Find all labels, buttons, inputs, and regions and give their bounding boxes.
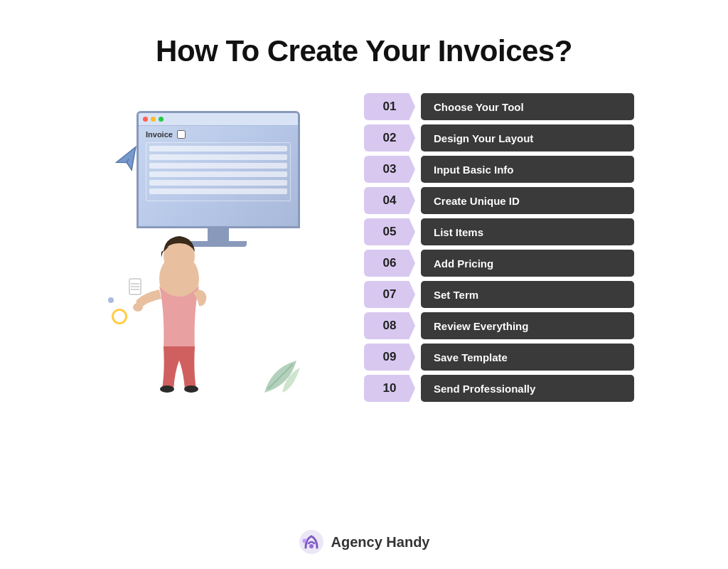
step-label-09: Save Template [421,344,634,371]
step-label-01: Choose Your Tool [421,93,634,120]
dot-red [143,117,148,122]
invoice-line-5 [149,180,287,186]
monitor-content: Invoice [139,126,298,206]
step-number-02: 02 [364,124,415,151]
step-row-05: 05List Items [364,218,634,245]
dot-green [159,117,164,122]
brand-name-bold: Handy [386,534,429,550]
step-number-03: 03 [364,156,415,183]
invoice-line-4 [149,171,287,177]
step-number-10: 10 [364,375,415,402]
step-row-08: 08Review Everything [364,312,634,339]
content-area: Invoice [0,90,728,410]
invoice-checkbox [177,130,186,139]
step-row-04: 04Create Unique ID [364,187,634,214]
svg-rect-2 [175,270,183,280]
brand-name-plain: Agency [331,534,387,550]
agency-handy-logo [299,529,324,555]
leaf-decoration [257,353,307,403]
svg-point-11 [309,544,314,548]
step-label-10: Send Professionally [421,375,634,402]
step-row-03: 03Input Basic Info [364,156,634,183]
step-number-09: 09 [364,344,415,371]
illustration: Invoice [94,97,364,410]
step-number-04: 04 [364,187,415,214]
step-label-07: Set Term [421,281,634,308]
step-number-06: 06 [364,250,415,277]
invoice-line-1 [149,146,287,151]
step-row-06: 06Add Pricing [364,250,634,277]
step-label-08: Review Everything [421,312,634,339]
invoice-lines [146,142,291,201]
step-row-02: 02Design Your Layout [364,124,634,151]
step-number-05: 05 [364,218,415,245]
invoice-line-2 [149,154,287,160]
invoice-label: Invoice [146,130,291,139]
page-title: How To Create Your Invoices? [0,0,728,90]
dot-yellow [151,117,156,122]
step-row-10: 10Send Professionally [364,375,634,402]
person-illustration [122,208,236,395]
brand-name: Agency Handy [331,534,430,551]
steps-list: 01Choose Your Tool02Design Your Layout03… [364,90,634,402]
invoice-line-3 [149,163,287,169]
step-row-09: 09Save Template [364,344,634,371]
step-row-01: 01Choose Your Tool [364,93,634,120]
step-number-08: 08 [364,312,415,339]
step-number-07: 07 [364,281,415,308]
monitor-top-bar [139,113,298,126]
svg-point-3 [160,385,174,393]
invoice-line-6 [149,188,287,194]
step-label-02: Design Your Layout [421,124,634,151]
deco-dot [108,297,114,303]
step-number-01: 01 [364,93,415,120]
svg-point-4 [184,385,198,393]
svg-point-5 [133,303,143,312]
footer: Agency Handy [0,529,728,555]
step-label-03: Input Basic Info [421,156,634,183]
step-label-04: Create Unique ID [421,187,634,214]
step-label-06: Add Pricing [421,250,634,277]
step-label-05: List Items [421,218,634,245]
deco-circle [112,309,127,324]
step-row-07: 07Set Term [364,281,634,308]
